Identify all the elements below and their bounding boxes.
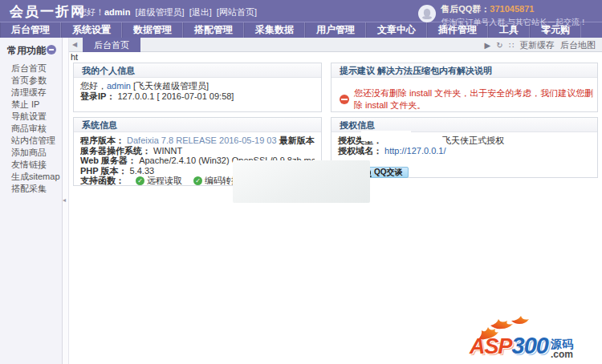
- install-warning-text: 您还没有删除 install 文件夹，出于安全的考虑，我们建议您删除 insta…: [354, 87, 594, 111]
- sidebar-item-home-params[interactable]: 首页参数: [0, 75, 62, 87]
- aftersale-qq-block: 售后QQ群：371045871 凭淘宝订单号入群,与其它站长一起交流！: [418, 3, 588, 27]
- redacted-patch: [233, 160, 370, 203]
- system-os-row: 服务器操作系统： WINNT: [80, 146, 315, 156]
- asp-logo-asp: ASP: [470, 334, 512, 359]
- profile-panel: 我的个人信息 您好，admin [飞天侠超级管理员] 登录IP： 127.0.0…: [73, 63, 322, 112]
- admin-map-link[interactable]: 后台地图: [560, 39, 596, 51]
- role-link[interactable]: [超级管理员]: [135, 7, 184, 17]
- system-panel-title: 系统信息: [74, 118, 321, 132]
- greeting-prefix: 您好！: [78, 7, 104, 17]
- site-brand: 会员一折网: [10, 2, 86, 21]
- profile-hello-row: 您好，admin [飞天侠超级管理员]: [80, 81, 315, 91]
- sidebar: 常用功能 后台首页 首页参数 清理缓存 禁止 IP 导航设置 商品审核 站内信管…: [0, 38, 63, 364]
- nav-item-users[interactable]: 用户管理: [305, 22, 366, 38]
- sidebar-item-messages[interactable]: 站内信管理: [0, 135, 62, 147]
- splitter-collapse-icon[interactable]: ◂: [63, 196, 66, 204]
- sidebar-item-goods-review[interactable]: 商品审核: [0, 123, 62, 135]
- warning-minus-icon: [340, 95, 349, 104]
- qq-group-note: 凭淘宝订单号入群,与其它站长一起交流！: [441, 17, 588, 28]
- tips-panel-title: 提示建议 解决方法压缩包内有解决说明: [332, 63, 597, 78]
- redacted-patch: [361, 131, 411, 141]
- nav-item-collect[interactable]: 采集数据: [244, 22, 305, 38]
- site-home-link[interactable]: [网站首页]: [217, 7, 257, 17]
- profile-ip-row: 登录IP： 127.0.0.1 [ 2016-07-01 09:58]: [80, 91, 315, 102]
- profile-role: [飞天侠超级管理员]: [133, 81, 209, 91]
- sidebar-collapse-icon[interactable]: [47, 45, 56, 55]
- system-version-row: 程序版本： Dafeixia 7.8 RELEASE 2016-05-19 03…: [80, 135, 315, 146]
- install-warning-row: 您还没有删除 install 文件夹，出于安全的考虑，我们建议您删除 insta…: [340, 87, 594, 111]
- check-icon: ✓: [193, 176, 202, 185]
- license-panel: 授权信息 授权类型： 飞天侠正式授权 授权域名： http://127.0.0.…: [331, 117, 598, 178]
- sidebar-item-match-collect[interactable]: 搭配采集: [0, 183, 62, 195]
- tips-panel: 提示建议 解决方法压缩包内有解决说明 您还没有删除 install 文件夹，出于…: [331, 63, 598, 112]
- profile-panel-title: 我的个人信息: [74, 63, 321, 78]
- header-username: admin: [104, 7, 130, 17]
- refresh-icon[interactable]: ↻: [496, 41, 502, 50]
- play-icon[interactable]: ▶: [485, 41, 491, 50]
- license-domain-row: 授权域名： http://127.0.0.1/: [338, 146, 591, 156]
- qq-group-line: 售后QQ群：371045871: [441, 3, 588, 15]
- sidebar-item-add-goods[interactable]: 添加商品: [0, 147, 62, 159]
- sidebar-item-sitemap[interactable]: 生成sitemap: [0, 171, 62, 183]
- qq-avatar-icon: [418, 5, 436, 22]
- user-greeting: 您好！admin [超级管理员] [退出] [网站首页]: [78, 6, 257, 18]
- license-domain-link[interactable]: http://127.0.0.1/: [384, 146, 445, 156]
- sidebar-item-ban-ip[interactable]: 禁止 IP: [0, 99, 62, 111]
- asp300-logo: ASP300源码.com: [470, 319, 598, 361]
- sidebar-item-admin-home[interactable]: 后台首页: [0, 63, 62, 75]
- refresh-cache-link[interactable]: 更新缓存: [519, 39, 555, 51]
- sidebar-item-friend-links[interactable]: 友情链接: [0, 159, 62, 171]
- check-icon: ✓: [136, 176, 144, 185]
- sidebar-item-nav-settings[interactable]: 导航设置: [0, 111, 62, 123]
- grid-icon[interactable]: ∷: [509, 41, 514, 50]
- sidebar-splitter[interactable]: ◂: [63, 38, 69, 364]
- nav-item-data[interactable]: 数据管理: [122, 22, 183, 38]
- qq-group-number: 371045871: [490, 4, 534, 14]
- tab-scroll-left-icon[interactable]: ◀: [72, 41, 77, 48]
- nav-item-admin[interactable]: 后台管理: [0, 22, 61, 38]
- sidebar-item-clear-cache[interactable]: 清理缓存: [0, 87, 62, 99]
- asp-logo-com: .com: [551, 350, 573, 359]
- profile-username-link[interactable]: admin: [107, 81, 131, 91]
- tab-strip: ◀ 后台首页 ▶ ↻ ∷ 更新缓存 后台地图: [69, 38, 602, 52]
- asp-logo-300: 300: [512, 333, 548, 359]
- nav-item-system[interactable]: 系统设置: [61, 22, 122, 38]
- tab-admin-home[interactable]: 后台首页: [83, 38, 140, 52]
- penguin-icon: [421, 8, 433, 19]
- func-remote-read: ✓ 远程读取: [136, 176, 182, 186]
- license-type-value: 飞天侠正式授权: [442, 135, 504, 145]
- version-link[interactable]: Dafeixia 7.8 RELEASE 2016-05-19 03: [127, 135, 277, 145]
- sidebar-title: 常用功能: [0, 38, 62, 63]
- stray-text: ht: [71, 52, 78, 62]
- nav-item-match[interactable]: 搭配管理: [183, 22, 244, 38]
- logout-link[interactable]: [退出]: [189, 7, 212, 17]
- asp-logo-cn: 源码: [551, 338, 573, 350]
